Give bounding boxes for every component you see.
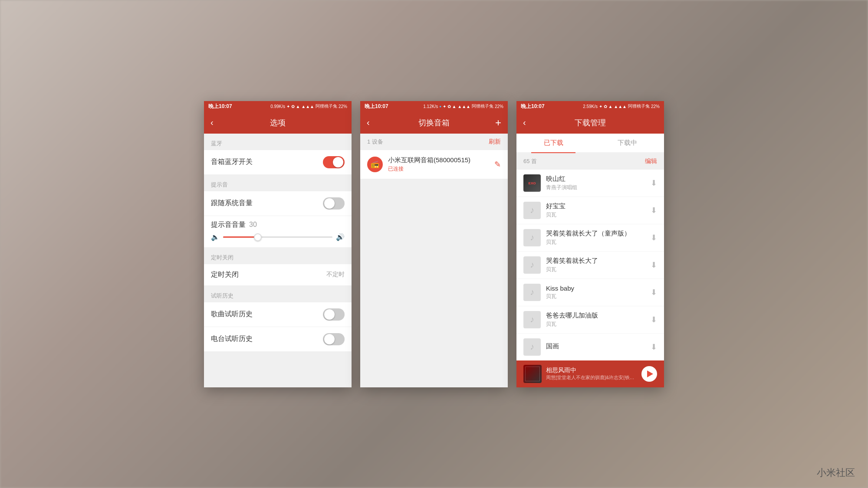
header-title-3: 下载管理 (536, 118, 644, 128)
battery-1: 22% (339, 104, 347, 109)
options-content: 蓝牙 音箱蓝牙开关 提示音 跟随系统音量 提示音音量 30 (204, 134, 352, 387)
song-thumb-6: ♪ (523, 338, 541, 356)
song-info-1: 好宝宝 贝瓦 (546, 202, 566, 219)
song-thumb-3: ♪ (523, 256, 541, 274)
toggle-knob-bluetooth (333, 157, 343, 167)
music-note-2: ♪ (530, 233, 534, 242)
speaker-content: 1 设备 刷新 📻 小米互联网音箱(580000515) 已连接 ✎ (360, 134, 508, 387)
song-title-4: Kiss baby (546, 285, 574, 292)
status-bar-3: 晚上10:07 2.59K/s ✦ ✿ ▲ ▲▲▲ 阿狸桃子兔 22% (516, 101, 664, 112)
music-note-4: ♪ (530, 287, 534, 297)
song-artist-0: 青燕子演唱组 (546, 184, 577, 191)
slider-row: 🔈 🔊 (211, 233, 345, 241)
radio-history-toggle[interactable] (323, 333, 345, 345)
playing-bar[interactable]: 相思风雨中 周慧[堂堂老人不在家的驯鹿]&许志安[铁皮人] (516, 360, 664, 387)
follow-system-vol-item[interactable]: 跟随系统音量 (204, 191, 352, 216)
section-bluetooth: 蓝牙 (204, 134, 352, 150)
carrier-1: 阿狸桃子兔 (316, 103, 337, 109)
back-button-3[interactable]: ‹ (523, 118, 536, 128)
toggle-knob-rh (324, 334, 335, 344)
bluetooth-toggle-item[interactable]: 音箱蓝牙开关 (204, 150, 352, 175)
song-thumb-0 (523, 174, 541, 192)
song-left-5: ♪ 爸爸去哪儿加油版 贝瓦 (523, 311, 598, 328)
song-info-6: 国画 (546, 342, 559, 351)
song-title-0: 映山红 (546, 175, 577, 183)
playing-info: 相思风雨中 周慧[堂堂老人不在家的驯鹿]&许志安[铁皮人] (546, 367, 637, 381)
section-timer: 定时关闭 (204, 248, 352, 264)
song-left-2: ♪ 哭着笑着就长大了（童声版） 贝瓦 (523, 229, 631, 246)
slider-fill (223, 236, 256, 238)
speaker-icon: 📻 (371, 160, 379, 168)
download-content: 65 首 编辑 映山红 青燕子演唱组 ⬇ ♪ (516, 153, 664, 387)
tab-downloaded[interactable]: 已下载 (516, 134, 590, 152)
song-item-0[interactable]: 映山红 青燕子演唱组 ⬇ (516, 170, 664, 197)
song-info-0: 映山红 青燕子演唱组 (546, 175, 577, 191)
song-left-6: ♪ 国画 (523, 338, 559, 356)
song-thumb-5: ♪ (523, 311, 541, 328)
song-info-3: 哭着笑着就长大了 贝瓦 (546, 257, 598, 273)
song-left-0: 映山红 青燕子演唱组 (523, 174, 577, 192)
device-icon-1: 📻 (367, 157, 383, 172)
song-item-1[interactable]: ♪ 好宝宝 贝瓦 ⬇ (516, 197, 664, 224)
bluetooth-toggle[interactable] (323, 156, 345, 168)
song-history-label: 歌曲试听历史 (211, 310, 253, 319)
song-info-4: Kiss baby 贝瓦 (546, 285, 574, 300)
volume-max-icon: 🔊 (336, 233, 345, 241)
song-thumb-2: ♪ (523, 229, 541, 246)
song-left-1: ♪ 好宝宝 贝瓦 (523, 202, 566, 219)
back-button-2[interactable]: ‹ (367, 118, 380, 128)
section-history: 试听历史 (204, 286, 352, 302)
timer-item[interactable]: 定时关闭 不定时 (204, 264, 352, 286)
song-history-item[interactable]: 歌曲试听历史 (204, 302, 352, 327)
add-button[interactable]: + (488, 117, 501, 129)
song-title-5: 爸爸去哪儿加油版 (546, 311, 598, 320)
app-header-3: ‹ 下载管理 (516, 112, 664, 134)
playing-title: 相思风雨中 (546, 367, 637, 374)
slider-track[interactable] (223, 236, 332, 238)
radio-history-item[interactable]: 电台试听历史 (204, 327, 352, 352)
tab-downloading[interactable]: 下载中 (590, 134, 664, 152)
song-info-2: 哭着笑着就长大了（童声版） 贝瓦 (546, 229, 631, 246)
device-item-1[interactable]: 📻 小米互联网音箱(580000515) 已连接 ✎ (360, 150, 508, 179)
refresh-button[interactable]: 刷新 (489, 138, 501, 146)
device-info: 小米互联网音箱(580000515) 已连接 (388, 156, 470, 173)
follow-system-vol-toggle[interactable] (323, 197, 345, 210)
volume-label: 提示音音量 (211, 220, 246, 229)
download-icon-3: ⬇ (651, 260, 657, 270)
music-note-3: ♪ (530, 260, 534, 270)
download-icon-5: ⬇ (651, 315, 657, 324)
status-icons-3: ✦ ✿ ▲ ▲▲▲ (599, 104, 627, 109)
status-bar-2: 晚上10:07 1.12K/s ● ✦ ✿ ▲ ▲▲▲ 阿狸桃子兔 22% (360, 101, 508, 112)
toggle-knob-sh (324, 309, 335, 320)
tab-bar: 已下载 下载中 (516, 134, 664, 153)
bluetooth-label: 音箱蓝牙开关 (211, 157, 253, 167)
volume-min-icon: 🔈 (211, 233, 220, 241)
song-item-5[interactable]: ♪ 爸爸去哪儿加油版 贝瓦 ⬇ (516, 306, 664, 334)
song-item-2[interactable]: ♪ 哭着笑着就长大了（童声版） 贝瓦 ⬇ (516, 224, 664, 252)
back-button-1[interactable]: ‹ (210, 118, 224, 128)
play-icon (647, 370, 653, 377)
music-note-6: ♪ (530, 342, 534, 352)
network-speed-2: 1.12K/s (423, 104, 438, 109)
status-bar-1: 晚上10:07 0.99K/s ✦ ✿ ▲ ▲▲▲ 阿狸桃子兔 22% (204, 101, 352, 112)
header-title-2: 切换音箱 (380, 118, 488, 128)
slider-thumb[interactable] (254, 233, 262, 241)
song-thumb-4: ♪ (523, 284, 541, 301)
play-pause-button[interactable] (641, 366, 657, 382)
status-right-3: 2.59K/s ✦ ✿ ▲ ▲▲▲ 阿狸桃子兔 22% (583, 103, 660, 109)
header-title-1: 选项 (224, 118, 332, 128)
song-item-4[interactable]: ♪ Kiss baby 贝瓦 ⬇ (516, 279, 664, 306)
song-item-6[interactable]: ♪ 国画 ⬇ (516, 334, 664, 361)
device-edit-button[interactable]: ✎ (494, 160, 501, 169)
edit-button[interactable]: 编辑 (645, 157, 657, 165)
network-speed-3: 2.59K/s (583, 104, 598, 109)
song-history-toggle[interactable] (323, 308, 345, 321)
panel-download: 晚上10:07 2.59K/s ✦ ✿ ▲ ▲▲▲ 阿狸桃子兔 22% ‹ 下载… (516, 101, 664, 387)
music-note-5: ♪ (530, 314, 534, 324)
device-name-1: 小米互联网音箱(580000515) (388, 156, 470, 164)
device-info-bar: 1 设备 刷新 (360, 134, 508, 150)
songs-count: 65 首 (523, 157, 537, 165)
song-left-4: ♪ Kiss baby 贝瓦 (523, 284, 574, 301)
song-item-3[interactable]: ♪ 哭着笑着就长大了 贝瓦 ⬇ (516, 252, 664, 279)
song-title-1: 好宝宝 (546, 202, 566, 210)
